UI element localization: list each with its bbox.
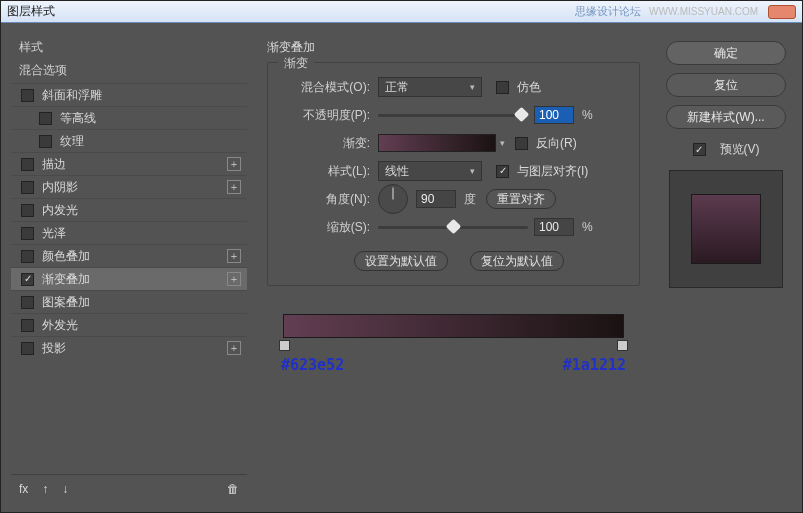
gradient-overlay-panel: 渐变叠加 渐变 混合模式(O): 正常▾ 仿色 不透明度(P): 100 % <box>259 33 648 502</box>
reset-align-button[interactable]: 重置对齐 <box>486 189 556 209</box>
chevron-down-icon: ▾ <box>470 82 475 92</box>
gradient-label: 渐变: <box>282 135 378 152</box>
forum-text: 思缘设计论坛 <box>575 4 641 19</box>
percent-label: % <box>582 108 593 122</box>
style-label: 等高线 <box>60 110 241 127</box>
style-item-6[interactable]: 光泽 <box>11 221 247 244</box>
style-label: 纹理 <box>60 133 241 150</box>
style-label: 斜面和浮雕 <box>42 87 241 104</box>
reverse-label: 反向(R) <box>536 135 577 152</box>
style-label: 渐变叠加 <box>42 271 227 288</box>
dither-checkbox[interactable] <box>496 81 509 94</box>
close-icon[interactable] <box>768 5 796 19</box>
fieldset-legend: 渐变 <box>278 55 314 72</box>
style-item-0[interactable]: 斜面和浮雕 <box>11 83 247 106</box>
fx-icon[interactable]: fx <box>19 482 28 496</box>
add-effect-icon[interactable]: + <box>227 157 241 171</box>
style-label: 光泽 <box>42 225 241 242</box>
style-item-11[interactable]: 投影+ <box>11 336 247 359</box>
preview-box <box>669 170 783 288</box>
style-label: 样式(L): <box>282 163 378 180</box>
sidebar-footer: fx ↑ ↓ 🗑 <box>11 474 247 502</box>
opacity-slider[interactable] <box>378 106 528 124</box>
blend-mode-label: 混合模式(O): <box>282 79 378 96</box>
move-down-icon[interactable]: ↓ <box>62 482 68 496</box>
right-panel: 确定 复位 新建样式(W)... 预览(V) <box>660 33 792 502</box>
chevron-down-icon: ▾ <box>470 166 475 176</box>
new-style-button[interactable]: 新建样式(W)... <box>666 105 786 129</box>
trash-icon[interactable]: 🗑 <box>227 482 239 496</box>
cancel-button[interactable]: 复位 <box>666 73 786 97</box>
style-checkbox[interactable] <box>21 89 34 102</box>
style-item-2[interactable]: 纹理 <box>11 129 247 152</box>
align-checkbox[interactable] <box>496 165 509 178</box>
ok-button[interactable]: 确定 <box>666 41 786 65</box>
style-label: 颜色叠加 <box>42 248 227 265</box>
style-item-10[interactable]: 外发光 <box>11 313 247 336</box>
align-label: 与图层对齐(I) <box>517 163 588 180</box>
scale-slider[interactable] <box>378 218 528 236</box>
preview-label: 预览(V) <box>720 141 760 158</box>
scale-label: 缩放(S): <box>282 219 378 236</box>
style-checkbox[interactable] <box>21 158 34 171</box>
gradient-stop-left[interactable] <box>279 340 290 351</box>
style-select[interactable]: 线性▾ <box>378 161 482 181</box>
dither-label: 仿色 <box>517 79 541 96</box>
style-checkbox[interactable] <box>21 227 34 240</box>
panel-title: 渐变叠加 <box>267 39 640 56</box>
gradient-picker[interactable] <box>378 134 496 152</box>
style-label: 投影 <box>42 340 227 357</box>
titlebar[interactable]: 图层样式 思缘设计论坛 WWW.MISSYUAN.COM <box>1 1 802 23</box>
reset-default-button[interactable]: 复位为默认值 <box>470 251 564 271</box>
hex-right: #1a1212 <box>563 356 626 374</box>
style-checkbox[interactable] <box>21 250 34 263</box>
style-item-7[interactable]: 颜色叠加+ <box>11 244 247 267</box>
blend-mode-select[interactable]: 正常▾ <box>378 77 482 97</box>
angle-dial[interactable] <box>378 184 408 214</box>
scale-input[interactable]: 100 <box>534 218 574 236</box>
style-checkbox[interactable] <box>39 135 52 148</box>
style-checkbox[interactable] <box>21 319 34 332</box>
reverse-checkbox[interactable] <box>515 137 528 150</box>
add-effect-icon[interactable]: + <box>227 249 241 263</box>
gradient-editor[interactable] <box>283 314 624 338</box>
add-effect-icon[interactable]: + <box>227 341 241 355</box>
style-item-5[interactable]: 内发光 <box>11 198 247 221</box>
style-item-4[interactable]: 内阴影+ <box>11 175 247 198</box>
style-checkbox[interactable] <box>21 204 34 217</box>
window-title: 图层样式 <box>7 3 55 20</box>
percent-label: % <box>582 220 593 234</box>
preview-swatch <box>691 194 761 264</box>
style-checkbox[interactable] <box>21 181 34 194</box>
opacity-label: 不透明度(P): <box>282 107 378 124</box>
style-label: 内发光 <box>42 202 241 219</box>
style-label: 描边 <box>42 156 227 173</box>
gradient-stop-right[interactable] <box>617 340 628 351</box>
style-label: 内阴影 <box>42 179 227 196</box>
set-default-button[interactable]: 设置为默认值 <box>354 251 448 271</box>
style-item-8[interactable]: 渐变叠加+ <box>11 267 247 290</box>
url-text: WWW.MISSYUAN.COM <box>649 6 758 17</box>
style-label: 图案叠加 <box>42 294 241 311</box>
degree-label: 度 <box>464 191 476 208</box>
layer-style-dialog: 图层样式 思缘设计论坛 WWW.MISSYUAN.COM 样式 混合选项 斜面和… <box>0 0 803 513</box>
add-effect-icon[interactable]: + <box>227 180 241 194</box>
styles-heading[interactable]: 样式 <box>11 33 247 58</box>
blend-options-heading[interactable]: 混合选项 <box>11 58 247 83</box>
add-effect-icon[interactable]: + <box>227 272 241 286</box>
angle-input[interactable]: 90 <box>416 190 456 208</box>
opacity-input[interactable]: 100 <box>534 106 574 124</box>
preview-checkbox[interactable] <box>693 143 706 156</box>
move-up-icon[interactable]: ↑ <box>42 482 48 496</box>
chevron-down-icon[interactable]: ▾ <box>500 138 505 148</box>
style-checkbox[interactable] <box>21 342 34 355</box>
hex-left: #623e52 <box>281 356 344 374</box>
gradient-bar[interactable] <box>283 314 624 338</box>
styles-sidebar: 样式 混合选项 斜面和浮雕等高线纹理描边+内阴影+内发光光泽颜色叠加+渐变叠加+… <box>11 33 247 502</box>
style-checkbox[interactable] <box>21 273 34 286</box>
style-checkbox[interactable] <box>39 112 52 125</box>
style-item-3[interactable]: 描边+ <box>11 152 247 175</box>
style-item-9[interactable]: 图案叠加 <box>11 290 247 313</box>
style-item-1[interactable]: 等高线 <box>11 106 247 129</box>
style-checkbox[interactable] <box>21 296 34 309</box>
